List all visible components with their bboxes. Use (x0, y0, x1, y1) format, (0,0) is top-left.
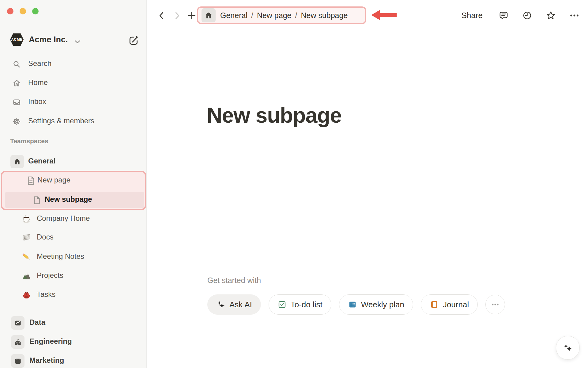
ai-assistant-button[interactable] (556, 336, 580, 360)
workspace-switcher[interactable]: ACME Acme Inc. (0, 32, 146, 49)
main-content: General / New page / New subpage Share N… (147, 0, 588, 368)
action-label: Weekly plan (361, 300, 404, 309)
sidebar-item-label: Marketing (29, 356, 64, 365)
sidebar-item-docs[interactable]: Docs (0, 230, 147, 245)
comment-icon[interactable] (499, 10, 509, 21)
sidebar-item-label: Inbox (28, 97, 46, 106)
more-ellipsis-icon[interactable] (569, 10, 579, 21)
plus-icon[interactable] (187, 10, 197, 21)
favorite-star-icon[interactable] (546, 10, 556, 21)
forward-chevron-icon[interactable] (172, 10, 182, 21)
house-badge-icon (10, 155, 24, 168)
action-label: Journal (443, 300, 469, 309)
red-arrow-annotation (368, 7, 399, 23)
search-icon (12, 60, 21, 69)
chart-badge-icon (11, 316, 24, 330)
backpack-icon (21, 290, 32, 300)
journal-button[interactable]: Journal (421, 294, 478, 315)
pencil-icon (21, 252, 32, 262)
sidebar-item-label: Projects (37, 271, 63, 280)
share-button[interactable]: Share (462, 11, 483, 20)
todo-list-button[interactable]: To-do list (269, 294, 331, 315)
sidebar-item-settings[interactable]: Settings & members (0, 114, 147, 129)
get-started-label: Get started with (207, 276, 261, 285)
ai-sparkles-icon (562, 342, 574, 354)
breadcrumb-item-general[interactable]: General (220, 11, 247, 20)
sidebar-item-projects[interactable]: Projects (0, 268, 147, 284)
breadcrumb-separator: / (295, 11, 297, 20)
app-window: ACME Acme Inc. Search Home Inbox Setting… (0, 0, 588, 368)
chevron-down-icon (73, 37, 82, 46)
sidebar-item-label: Tasks (37, 290, 55, 299)
coffee-icon (21, 214, 32, 224)
sidebar-item-label: New subpage (45, 195, 92, 204)
get-started-actions: Ask AI To-do list Weekly plan Journal (207, 294, 505, 315)
calendar-icon (348, 300, 357, 309)
sidebar-item-label: Home (28, 78, 48, 87)
home-badge-icon (202, 8, 216, 22)
sparkles-icon (216, 300, 225, 309)
more-templates-button[interactable] (485, 295, 505, 314)
sidebar-item-label: Docs (37, 233, 54, 241)
sidebar-item-label: Meeting Notes (37, 252, 84, 261)
minimize-window-button[interactable] (20, 8, 26, 14)
history-clock-icon[interactable] (522, 10, 532, 21)
sidebar-item-label: Search (28, 59, 51, 68)
sidebar-item-engineering[interactable]: Engineering (0, 334, 147, 350)
sidebar-item-new-page[interactable]: New page (0, 173, 147, 188)
zoom-window-button[interactable] (32, 8, 39, 14)
sidebar-item-meeting-notes[interactable]: Meeting Notes (0, 249, 147, 265)
action-label: To-do list (291, 300, 322, 309)
sidebar: ACME Acme Inc. Search Home Inbox Setting… (0, 0, 147, 368)
topbar: General / New page / New subpage Share (147, 0, 588, 31)
sidebar-item-marketing[interactable]: Marketing (0, 353, 147, 368)
journal-book-icon (430, 300, 439, 309)
weekly-plan-button[interactable]: Weekly plan (339, 294, 413, 315)
page-title[interactable]: New subpage (207, 103, 341, 128)
window-controls (7, 8, 39, 14)
breadcrumb-item-new-page[interactable]: New page (257, 11, 292, 20)
workspace-name: Acme Inc. (29, 35, 68, 44)
gear-icon (12, 117, 21, 126)
todo-checkbox-icon (277, 300, 287, 309)
acme-hexagon-logo: ACME (10, 33, 24, 46)
ask-ai-button[interactable]: Ask AI (207, 294, 261, 315)
breadcrumb-item-new-subpage[interactable]: New subpage (301, 11, 348, 20)
sidebar-item-label: Engineering (29, 337, 72, 346)
teamspaces-section-label: Teamspaces (10, 137, 48, 145)
close-window-button[interactable] (7, 8, 13, 14)
newspaper-icon (21, 232, 32, 243)
compose-icon[interactable] (127, 34, 140, 47)
home-icon (12, 79, 21, 88)
sidebar-item-inbox[interactable]: Inbox (0, 94, 147, 110)
sidebar-item-tasks[interactable]: Tasks (0, 287, 147, 303)
sidebar-item-new-subpage[interactable]: New subpage (0, 192, 147, 208)
mountain-icon (21, 271, 32, 281)
sidebar-item-label: Company Home (37, 214, 90, 223)
breadcrumb-separator: / (251, 11, 253, 20)
back-chevron-icon[interactable] (156, 10, 167, 21)
document-icon (26, 175, 36, 186)
blank-page-icon (32, 195, 42, 205)
board-badge-icon (11, 354, 24, 368)
sidebar-item-data[interactable]: Data (0, 315, 147, 331)
ellipsis-icon (491, 300, 500, 309)
sidebar-item-home[interactable]: Home (0, 75, 147, 91)
sidebar-item-company-home[interactable]: Company Home (0, 211, 147, 227)
sidebar-item-label: New page (37, 176, 70, 184)
action-label: Ask AI (229, 300, 252, 309)
inbox-icon (12, 98, 21, 107)
sidebar-item-search[interactable]: Search (0, 56, 147, 72)
breadcrumb[interactable]: General / New page / New subpage (197, 6, 366, 24)
school-badge-icon (11, 335, 24, 349)
sidebar-item-label: Settings & members (28, 117, 94, 125)
sidebar-item-label: General (28, 157, 55, 165)
sidebar-item-general[interactable]: General (0, 154, 147, 169)
sidebar-item-label: Data (29, 318, 45, 327)
